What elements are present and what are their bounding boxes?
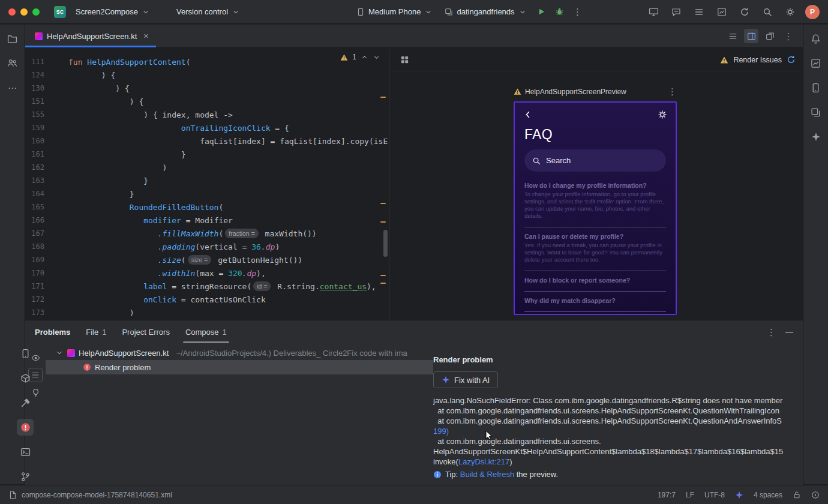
preview-menu-button[interactable]: ⋮ — [668, 87, 677, 96]
code-line[interactable]: 171label = stringResource(id = R.string.… — [25, 280, 389, 293]
editor-options-button[interactable]: ⋮ — [781, 29, 796, 43]
build-tool-button[interactable] — [17, 394, 34, 411]
line-number[interactable]: 130 — [25, 84, 53, 92]
problems-file-row[interactable]: HelpAndSupportScreen.kt ~/AndroidStudioP… — [46, 346, 433, 360]
line-number[interactable]: 165 — [25, 203, 53, 211]
task-list-button[interactable] — [691, 4, 707, 20]
tool-window-options-button[interactable]: ⋮ — [767, 328, 776, 337]
encoding-widget[interactable]: UTF-8 — [704, 491, 725, 499]
code-line[interactable]: 161} — [25, 148, 389, 161]
code-line[interactable]: 162) — [25, 161, 389, 174]
stack-trace-link[interactable]: 199) — [433, 427, 449, 436]
back-button[interactable] — [523, 110, 533, 119]
code-line[interactable]: 160faqList[index] = faqList[index].copy(… — [25, 134, 389, 148]
code-editor[interactable]: 111fun HelpAndSupportContent(124) {130) … — [25, 49, 389, 320]
version-control-selector[interactable]: Version control — [172, 5, 245, 19]
device-manager-tool-button[interactable] — [808, 79, 824, 96]
line-number[interactable]: 124 — [25, 71, 53, 79]
debug-button[interactable] — [552, 4, 568, 20]
render-problem-row[interactable]: Render problem — [46, 360, 433, 374]
line-number[interactable]: 167 — [25, 229, 53, 238]
pull-requests-tool-button[interactable] — [4, 55, 21, 71]
line-number[interactable]: 170 — [25, 269, 53, 277]
render-issues-label[interactable]: Render Issues — [733, 56, 782, 64]
code-view-button[interactable] — [725, 29, 740, 43]
problems-title[interactable]: Problems — [35, 328, 70, 337]
more-run-actions-button[interactable]: ⋮ — [570, 4, 586, 20]
line-number[interactable]: 163 — [25, 176, 53, 185]
line-number[interactable]: 159 — [25, 124, 53, 132]
line-number[interactable]: 160 — [25, 137, 53, 145]
faq-search-bar[interactable]: Search — [524, 149, 666, 172]
warning-stripe-mark[interactable] — [380, 203, 386, 204]
split-view-button[interactable] — [744, 29, 758, 43]
search-everywhere-button[interactable] — [760, 4, 775, 20]
code-line[interactable]: 111fun HelpAndSupportContent( — [25, 55, 389, 68]
editor-tab[interactable]: HelpAndSupportScreen.kt × — [25, 25, 156, 47]
code-line[interactable]: 172onClick = contactUsOnClick — [25, 293, 389, 306]
line-number[interactable]: 168 — [25, 242, 53, 251]
code-line[interactable]: 163} — [25, 174, 389, 187]
code-line[interactable]: 166modifier = Modifier — [25, 214, 389, 227]
tab-close-button[interactable]: × — [143, 31, 148, 41]
warning-stripe-mark[interactable] — [380, 283, 386, 284]
stack-trace-link[interactable]: LazyDsl.kt:217 — [458, 457, 509, 466]
code-line[interactable]: 170.widthIn(max = 320.dp), — [25, 266, 389, 280]
git-tool-button[interactable] — [17, 468, 34, 485]
next-problem-button[interactable] — [373, 53, 380, 61]
line-number[interactable]: 172 — [25, 295, 53, 304]
problems-tool-button[interactable] — [17, 419, 34, 436]
line-number[interactable]: 164 — [25, 190, 53, 198]
warning-stripe-mark[interactable] — [380, 221, 386, 223]
window-close-button[interactable] — [8, 8, 16, 16]
line-number[interactable]: 151 — [25, 97, 53, 106]
device-mirroring-button[interactable] — [646, 4, 661, 20]
preview-gallery-button[interactable] — [397, 52, 412, 68]
code-line[interactable]: 155) { index, model -> — [25, 108, 389, 121]
window-zoom-button[interactable] — [32, 8, 40, 16]
design-view-button[interactable] — [763, 29, 777, 43]
running-devices-tool-button[interactable] — [17, 345, 34, 362]
gemini-chat-button[interactable] — [668, 4, 684, 20]
device-selector[interactable]: Medium Phone — [352, 5, 437, 19]
line-number[interactable]: 111 — [25, 58, 53, 66]
profiler-button[interactable] — [714, 4, 730, 20]
code-line[interactable]: 151) { — [25, 95, 389, 108]
inspections-level-icon[interactable] — [811, 491, 820, 499]
run-configuration-selector[interactable]: datingandfriends — [440, 5, 531, 19]
user-avatar[interactable]: P — [805, 5, 820, 19]
line-number[interactable]: 173 — [25, 308, 53, 317]
caret-position-widget[interactable]: 197:7 — [658, 491, 676, 499]
tab-project-errors[interactable]: Project Errors — [122, 320, 169, 343]
code-line[interactable]: 124) { — [25, 68, 389, 82]
line-number[interactable]: 162 — [25, 163, 53, 172]
profiler-tool-button[interactable] — [808, 55, 824, 71]
gemini-tool-button[interactable] — [808, 128, 824, 145]
line-number[interactable]: 166 — [25, 216, 53, 224]
project-tool-button[interactable] — [4, 30, 21, 47]
refresh-icon[interactable] — [787, 55, 796, 64]
code-line[interactable]: 159onTrailingIconClick = { — [25, 121, 389, 134]
settings-button[interactable] — [782, 4, 798, 20]
code-line[interactable]: 169.size(size = getButtonHeight()) — [25, 253, 389, 266]
indent-widget[interactable]: 4 spaces — [754, 491, 782, 499]
line-number[interactable]: 169 — [25, 256, 53, 264]
settings-gear-icon[interactable] — [658, 110, 667, 119]
code-line[interactable]: 167.fillMaxWidth(fraction = maxWidth()) — [25, 227, 389, 240]
code-line[interactable]: 173) — [25, 306, 389, 319]
terminal-tool-button[interactable] — [17, 443, 34, 460]
resource-manager-tool-button[interactable] — [808, 104, 824, 121]
ai-status-icon[interactable] — [735, 491, 743, 499]
more-tool-windows-button[interactable]: ⋯ — [4, 79, 21, 96]
line-number[interactable]: 171 — [25, 282, 53, 290]
notifications-button[interactable] — [808, 30, 824, 47]
inspections-widget[interactable]: 1 — [340, 53, 380, 61]
lock-icon[interactable] — [793, 491, 801, 499]
warning-stripe-mark[interactable] — [380, 275, 386, 276]
gradle-sync-button[interactable] — [737, 4, 752, 20]
run-button[interactable] — [534, 4, 550, 20]
window-minimize-button[interactable] — [20, 8, 28, 16]
build-refresh-link[interactable]: Build & Refresh — [460, 470, 514, 479]
warning-stripe-mark[interactable] — [380, 97, 386, 98]
line-number[interactable]: 161 — [25, 150, 53, 158]
